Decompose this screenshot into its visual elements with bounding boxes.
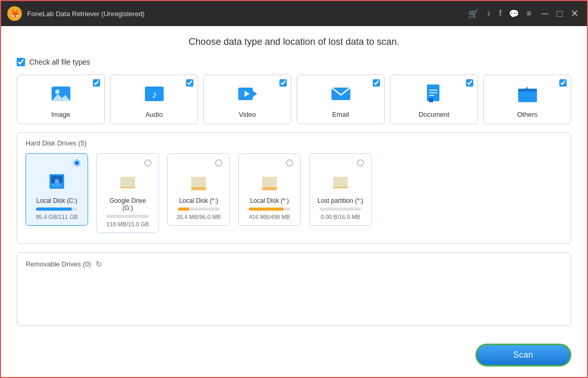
app-title: FoneLab Data Retriever (Unregistered) — [27, 10, 468, 18]
file-type-icon-image — [48, 81, 74, 106]
maximize-button[interactable]: □ — [555, 8, 565, 19]
menu-icon[interactable]: ≡ — [526, 9, 531, 18]
file-type-checkbox-audio[interactable] — [186, 79, 193, 87]
svg-point-1 — [55, 90, 59, 94]
drive-card-inner-google-g: Google Drive (G:) 118 MB/15.0 GB — [96, 153, 159, 233]
file-type-icon-document — [422, 81, 447, 106]
drive-size-google-g: 118 MB/15.0 GB — [106, 221, 149, 227]
file-type-label-audio: Audio — [145, 111, 163, 118]
svg-rect-18 — [52, 184, 62, 187]
drive-bar-local-star2 — [249, 208, 290, 211]
svg-rect-20 — [120, 187, 135, 188]
drive-radio-local-c[interactable] — [74, 160, 80, 166]
scan-button[interactable]: Scan — [475, 344, 571, 367]
svg-rect-13 — [429, 95, 434, 96]
drive-icon-lost-partition — [332, 173, 349, 194]
file-type-checkbox-image[interactable] — [93, 79, 100, 87]
page-title: Choose data type and location of lost da… — [17, 36, 571, 47]
footer: Scan — [1, 338, 587, 377]
drive-radio-lost-partition[interactable] — [357, 160, 364, 166]
drive-card-inner-local-star1: Local Disk (*:) 26.4 MB/96.0 MB — [167, 153, 230, 226]
drive-name-local-star2: Local Disk (*:) — [250, 197, 289, 204]
drive-card-local-star1[interactable]: Local Disk (*:) 26.4 MB/96.0 MB — [167, 153, 230, 233]
svg-rect-22 — [191, 187, 206, 190]
user-icon[interactable]: ♀ — [486, 9, 492, 18]
drive-radio-local-star1[interactable] — [215, 160, 222, 166]
drive-size-lost-partition: 0.00 B/16.0 MB — [321, 214, 360, 220]
svg-text:♪: ♪ — [152, 89, 157, 100]
file-type-checkbox-email[interactable] — [373, 79, 380, 87]
drive-bar-fill-local-c — [36, 208, 72, 211]
drive-card-inner-local-star2: Local Disk (*:) 416 MB/498 MB — [238, 153, 301, 226]
drive-icon-local-star1 — [190, 173, 207, 194]
file-type-card-image[interactable]: Image — [17, 75, 105, 124]
drive-icon-local-star2 — [261, 173, 278, 194]
drive-bar-local-star1 — [178, 208, 219, 211]
file-type-icon-video — [235, 81, 260, 106]
file-type-label-email: Email — [332, 111, 349, 118]
file-type-label-document: Document — [419, 111, 449, 118]
drive-radio-google-g[interactable] — [144, 160, 151, 166]
drive-card-lost-partition[interactable]: Lost partition (*:) 0.00 B/16.0 MB — [309, 153, 372, 233]
file-type-card-email[interactable]: Email — [297, 75, 385, 124]
drive-bar-google-g — [107, 215, 149, 218]
svg-rect-24 — [262, 187, 277, 190]
drive-bar-lost-partition — [320, 208, 361, 211]
minimize-button[interactable]: ─ — [540, 8, 550, 19]
svg-rect-26 — [333, 187, 348, 188]
main-content: Choose data type and location of lost da… — [1, 26, 587, 338]
toolbar-icons: 🛒 ♀ f 💬 ≡ — [468, 9, 532, 19]
drive-card-local-c[interactable]: ⊞ Local Disk (C:) 95.4 GB/111 GB — [26, 153, 88, 233]
svg-rect-23 — [262, 177, 277, 188]
main-window: 🦊 FoneLab Data Retriever (Unregistered) … — [0, 0, 588, 378]
chat-icon[interactable]: 💬 — [509, 9, 519, 19]
file-type-icon-email — [328, 81, 353, 106]
drive-radio-local-star2[interactable] — [286, 160, 293, 166]
svg-rect-10 — [429, 98, 433, 102]
file-type-checkbox-document[interactable] — [466, 79, 473, 87]
refresh-icon[interactable]: ↻ — [95, 259, 102, 269]
file-type-card-audio[interactable]: ♪ Audio — [110, 75, 198, 124]
check-all-label[interactable]: Check all file types — [29, 58, 90, 66]
close-button[interactable]: ✕ — [569, 8, 581, 19]
drive-bar-fill-local-star2 — [249, 208, 284, 211]
drives-scroll[interactable]: ⊞ Local Disk (C:) 95.4 GB/111 GB Google … — [26, 153, 562, 235]
drive-card-local-star2[interactable]: Local Disk (*:) 416 MB/498 MB — [238, 153, 301, 233]
drive-card-google-g[interactable]: Google Drive (G:) 118 MB/15.0 GB — [96, 153, 159, 233]
hard-disk-section-title: Hard Disk Drives (5) — [26, 139, 562, 147]
drive-card-inner-local-c: ⊞ Local Disk (C:) 95.4 GB/111 GB — [26, 153, 88, 226]
svg-rect-21 — [191, 177, 206, 188]
svg-marker-6 — [253, 91, 257, 97]
removable-section-title: Removable Drives (0) ↻ — [26, 259, 562, 269]
check-all-row: Check all file types — [17, 58, 571, 66]
drive-bar-fill-local-star1 — [178, 208, 189, 211]
hard-disk-drives-section: Hard Disk Drives (5) ⊞ Local Disk (C:) 9… — [17, 132, 571, 244]
file-type-label-others: Others — [517, 111, 537, 118]
file-type-checkbox-others[interactable] — [559, 79, 567, 87]
svg-rect-19 — [120, 177, 135, 188]
drive-name-lost-partition: Lost partition (*:) — [317, 197, 363, 204]
file-type-card-document[interactable]: Document — [390, 75, 478, 124]
file-type-icon-others — [515, 81, 540, 106]
cart-icon[interactable]: 🛒 — [468, 9, 479, 19]
file-type-card-video[interactable]: Video — [203, 75, 291, 124]
svg-text:⊞: ⊞ — [55, 178, 59, 184]
drive-icon-local-c: ⊞ — [48, 173, 66, 194]
svg-rect-25 — [333, 177, 348, 188]
facebook-icon[interactable]: f — [499, 9, 501, 18]
drive-name-local-star1: Local Disk (*:) — [179, 197, 218, 204]
file-type-checkbox-video[interactable] — [279, 79, 287, 87]
drive-name-google-g: Google Drive (G:) — [104, 197, 151, 212]
app-logo: 🦊 — [7, 6, 22, 21]
drive-icon-google-g — [119, 173, 137, 194]
svg-rect-11 — [429, 90, 437, 91]
removable-empty-area — [26, 275, 562, 317]
titlebar: 🦊 FoneLab Data Retriever (Unregistered) … — [1, 1, 587, 26]
recycle-bin-row: 🗑️ Recycle Bin — [17, 334, 571, 338]
drive-name-local-c: Local Disk (C:) — [36, 197, 78, 204]
file-type-card-others[interactable]: Others — [483, 75, 571, 124]
svg-rect-12 — [429, 92, 437, 93]
check-all-checkbox[interactable] — [17, 58, 25, 66]
file-type-label-video: Video — [239, 111, 256, 118]
file-type-icon-audio: ♪ — [142, 81, 167, 106]
